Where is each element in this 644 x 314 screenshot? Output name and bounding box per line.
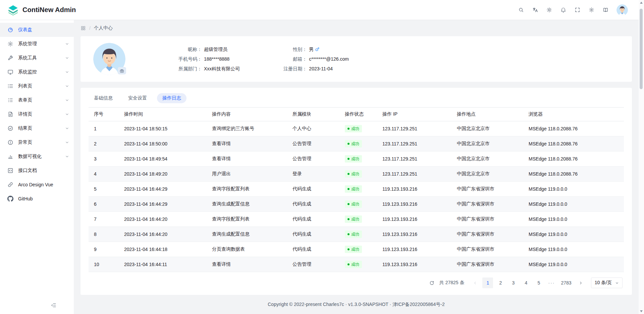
nickname-label: 昵称： xyxy=(152,46,202,53)
gender-value: 男 xyxy=(309,46,314,53)
status-dot-icon xyxy=(347,263,350,265)
apps-grid-icon[interactable] xyxy=(80,25,86,31)
sidebar-item-arco-design-vue[interactable]: Arco Design Vue xyxy=(0,178,74,192)
settings-icon[interactable] xyxy=(586,4,597,16)
notifications-icon[interactable] xyxy=(557,4,569,16)
prev-page-button[interactable] xyxy=(470,277,480,288)
sidebar-item-label: 详情页 xyxy=(18,111,65,117)
cell-content: 查询字段配置列表 xyxy=(207,182,287,197)
sidebar-item-api-docs[interactable]: 接口文档 xyxy=(0,164,74,178)
register-date-row: 注册日期： 2023-11-04 xyxy=(270,65,349,72)
theme-icon[interactable] xyxy=(543,4,555,16)
check-circle-icon xyxy=(7,125,13,131)
table-row: 5 2023-11-04 16:44:29 查询字段配置列表 代码生成 成功 1… xyxy=(89,182,624,197)
cell-module: 公告管理 xyxy=(287,136,339,151)
refresh-icon[interactable] xyxy=(427,278,437,288)
status-text: 成功 xyxy=(351,126,359,132)
pagination-ellipsis[interactable]: ··· xyxy=(546,280,557,286)
sidebar-item-detail-pages[interactable]: 详情页 xyxy=(0,107,74,121)
user-avatar[interactable] xyxy=(616,4,628,16)
table-row: 7 2023-11-04 16:44:20 查询字段配置列表 代码生成 成功 1… xyxy=(89,212,624,227)
page-size-select[interactable]: 10 条/页 xyxy=(591,277,623,288)
cell-status: 成功 xyxy=(339,121,377,136)
file-icon xyxy=(7,111,13,117)
status-text: 成功 xyxy=(351,201,359,207)
cell-time: 2023-11-04 18:49:54 xyxy=(119,151,207,167)
cell-time: 2023-11-04 18:49:20 xyxy=(119,167,207,182)
sidebar-item-label: 列表页 xyxy=(18,83,65,89)
brand[interactable]: ContiNew Admin xyxy=(7,4,76,16)
search-icon[interactable] xyxy=(515,4,527,16)
chevron-down-icon xyxy=(65,154,69,159)
cell-no: 4 xyxy=(89,167,119,182)
phone-value: 188****8888 xyxy=(204,55,229,63)
sidebar-item-system-management[interactable]: 系统管理 xyxy=(0,37,74,51)
sidebar-item-system-tools[interactable]: 系统工具 xyxy=(0,51,74,65)
page-button[interactable]: 1 xyxy=(482,277,493,288)
sidebar-item-label: 仪表盘 xyxy=(18,27,69,33)
wrench-icon xyxy=(7,55,13,61)
sidebar: 仪表盘 系统管理 系统工具 系统监控 列表页 表单页 xyxy=(0,20,74,314)
table-row: 8 2023-11-04 16:44:20 查询生成配置信息 代码生成 成功 1… xyxy=(89,227,624,242)
sidebar-item-exception-pages[interactable]: 异常页 xyxy=(0,135,74,149)
status-text: 成功 xyxy=(351,231,359,237)
cell-no: 8 xyxy=(89,227,119,242)
page-button[interactable]: 5 xyxy=(533,277,544,288)
change-avatar-button[interactable] xyxy=(118,67,126,74)
form-icon xyxy=(7,97,13,103)
col-time: 操作时间 xyxy=(119,108,207,121)
page-button[interactable]: 2 xyxy=(495,277,506,288)
email-label: 邮箱： xyxy=(270,55,307,63)
cell-content: 查看详情 xyxy=(207,257,287,272)
table-row: 9 2023-11-04 16:44:18 分页查询数据表 代码生成 成功 11… xyxy=(89,242,624,257)
camera-icon xyxy=(120,69,124,73)
col-status: 操作状态 xyxy=(339,108,377,121)
cell-content: 查看详情 xyxy=(207,136,287,151)
sidebar-item-data-visualization[interactable]: 数据可视化 xyxy=(0,149,74,164)
cell-module: 个人中心 xyxy=(287,121,339,136)
cell-time: 2023-11-04 16:44:11 xyxy=(119,257,207,272)
status-badge: 成功 xyxy=(345,246,362,253)
scroll-up-icon[interactable] xyxy=(639,0,644,5)
page-size-value: 10 条/页 xyxy=(595,280,612,286)
tab-basic-info[interactable]: 基础信息 xyxy=(89,93,118,103)
tab-security-settings[interactable]: 安全设置 xyxy=(123,93,152,103)
collapse-sidebar-button[interactable] xyxy=(49,301,58,310)
cell-location: 中国广东省深圳市 xyxy=(451,197,523,212)
cell-location: 中国广东省深圳市 xyxy=(451,212,523,227)
cell-no: 3 xyxy=(89,151,119,167)
sidebar-item-list-pages[interactable]: 列表页 xyxy=(0,79,74,93)
cell-content: 查询绑定的三方账号 xyxy=(207,121,287,136)
status-text: 成功 xyxy=(351,261,359,267)
last-page-button[interactable]: 2783 xyxy=(559,277,573,288)
fullscreen-icon[interactable] xyxy=(572,4,583,16)
cell-status: 成功 xyxy=(339,212,377,227)
page-button[interactable]: 3 xyxy=(508,277,519,288)
page-button[interactable]: 4 xyxy=(521,277,531,288)
cell-module: 登录 xyxy=(287,167,339,182)
bar-chart-icon xyxy=(7,153,13,160)
scroll-down-icon[interactable] xyxy=(639,309,644,314)
chevron-down-icon xyxy=(65,98,69,102)
sidebar-item-form-pages[interactable]: 表单页 xyxy=(0,93,74,107)
docs-icon[interactable] xyxy=(600,4,611,16)
cell-ip: 119.123.193.216 xyxy=(377,212,451,227)
cell-browser: MSEdge 119.0.0.0 xyxy=(523,212,624,227)
translate-icon[interactable] xyxy=(529,4,541,16)
sidebar-item-dashboard[interactable]: 仪表盘 xyxy=(0,23,74,37)
cell-content: 用户退出 xyxy=(207,167,287,182)
scroll-thumb[interactable] xyxy=(640,9,643,89)
cell-content: 分页查询数据表 xyxy=(207,242,287,257)
breadcrumb: / 个人中心 xyxy=(80,20,632,36)
sidebar-item-github[interactable]: GitHub xyxy=(0,192,74,206)
cell-browser: MSEdge 118.0.2088.76 xyxy=(523,121,624,136)
cell-browser: MSEdge 119.0.0.0 xyxy=(523,182,624,197)
tab-operation-log[interactable]: 操作日志 xyxy=(157,93,186,103)
sidebar-item-result-pages[interactable]: 结果页 xyxy=(0,121,74,135)
next-page-button[interactable] xyxy=(576,277,586,288)
status-text: 成功 xyxy=(351,186,359,192)
gender-label: 性别： xyxy=(270,46,307,53)
chevron-down-icon xyxy=(615,281,619,285)
scrollbar[interactable] xyxy=(639,0,644,314)
sidebar-item-system-monitor[interactable]: 系统监控 xyxy=(0,65,74,79)
